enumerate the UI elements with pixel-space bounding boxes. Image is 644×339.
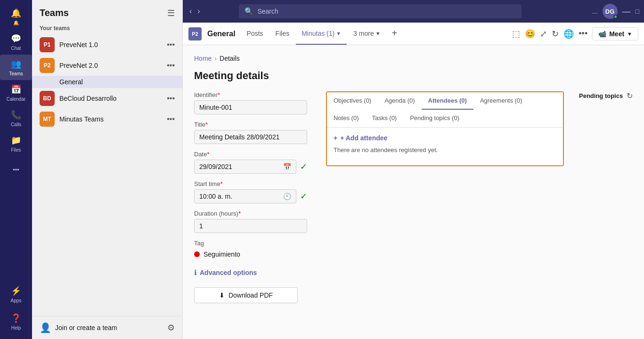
activity-icon: 🔔 [10, 8, 22, 19]
date-input[interactable]: 29/09/2021 📅 [194, 160, 296, 174]
team-item-minutas[interactable]: MT Minutas Teams ••• [32, 109, 182, 129]
team-more-p1[interactable]: ••• [167, 40, 175, 49]
meet-button[interactable]: 📹 Meet ▼ [592, 27, 638, 40]
sidebar-item-calendar[interactable]: 📅 Calendar [0, 80, 32, 105]
search-bar[interactable]: 🔍 [239, 4, 522, 18]
channel-tabs: Posts Files Minutas (1) ▼ 3 more ▼ + [241, 23, 402, 45]
icon-bar-bottom: ⚡ Apps ❓ Help [10, 282, 22, 339]
screenshot-icon[interactable]: ⬚ [512, 29, 520, 39]
advanced-options-label: Advanced options [200, 269, 257, 276]
join-team-label: Join or create a team [55, 324, 117, 331]
tab-pending-topics[interactable]: Pending topics (0) [403, 110, 466, 127]
date-group: Date* 29/09/2021 📅 ✓ [194, 151, 307, 174]
search-input[interactable] [257, 8, 516, 15]
title-input[interactable]: Meeting Details 28/09/2021 [194, 130, 307, 144]
channel-header-right: ⬚ 😊 ⤢ ↻ 🌐 ••• 📹 Meet ▼ [512, 27, 638, 40]
date-required: * [207, 151, 209, 158]
tab-more[interactable]: 3 more ▼ [348, 23, 386, 45]
calls-icon: 📞 [10, 109, 22, 121]
popout-icon[interactable]: ⤢ [540, 29, 547, 39]
top-bar: ‹ › 🔍 ... DG — □ [183, 0, 644, 23]
channel-name: General [207, 30, 236, 38]
tab-files[interactable]: Files [270, 23, 295, 45]
restore-icon[interactable]: □ [636, 8, 639, 15]
team-name-bd: BeCloud Desarrollo [59, 95, 162, 102]
sidebar-filter-icon[interactable]: ☰ [167, 8, 175, 18]
sidebar-item-calls[interactable]: 📞 Calls [0, 105, 32, 131]
tab-agreements[interactable]: Agreements (0) [473, 92, 529, 110]
sidebar-item-apps[interactable]: ⚡ Apps [10, 282, 22, 307]
no-attendees-message: There are no attendees registered yet. [334, 146, 556, 153]
plus-icon: + [334, 134, 337, 142]
tag-label: Tag [194, 240, 307, 247]
tag-group: Tag Seguimiento [194, 240, 307, 260]
refresh-icon[interactable]: ↻ [627, 91, 633, 100]
date-value: 29/09/2021 [199, 163, 232, 170]
start-time-label: Start time* [194, 180, 307, 187]
join-team-button[interactable]: 👤 Join or create a team [40, 322, 117, 333]
sidebar-header: Teams ☰ [32, 0, 182, 22]
settings-icon[interactable]: ⚙ [167, 323, 175, 333]
reload-icon[interactable]: ↻ [552, 29, 559, 39]
globe-icon[interactable]: 🌐 [563, 29, 574, 39]
ellipsis-icon[interactable]: ... [592, 8, 598, 15]
breadcrumb-home[interactable]: Home [194, 55, 212, 62]
more-icon: ••• [10, 164, 22, 175]
sidebar-item-chat[interactable]: 💬 Chat [0, 29, 32, 55]
files-label: Files [11, 147, 21, 153]
sub-item-general[interactable]: General [32, 76, 182, 88]
channel-more-icon[interactable]: ••• [579, 29, 587, 39]
team-more-bd[interactable]: ••• [167, 94, 175, 103]
pending-title: Pending topics [579, 92, 623, 99]
form-layout: Identifier* Minute-001 Title* Meeting De… [194, 91, 633, 303]
team-item-becloud[interactable]: BD BeCloud Desarrollo ••• [32, 88, 182, 109]
add-attendee-button[interactable]: + + Add attendee [334, 134, 556, 142]
meet-dropdown-icon: ▼ [627, 31, 632, 37]
team-name-p1: PreveNet 1.0 [59, 41, 162, 48]
date-check-icon: ✓ [300, 161, 307, 172]
team-more-mt[interactable]: ••• [167, 115, 175, 123]
teams-icon: 👥 [10, 58, 22, 70]
calendar-input-icon: 📅 [283, 163, 291, 170]
forward-arrow[interactable]: › [196, 5, 202, 17]
add-attendee-label: + Add attendee [340, 134, 387, 142]
add-tab-button[interactable]: + [387, 24, 402, 43]
nav-arrows: ‹ › [187, 5, 202, 17]
start-time-required: * [220, 180, 223, 187]
download-pdf-button[interactable]: ⬇ Download PDF [194, 287, 298, 303]
user-avatar[interactable]: DG [603, 4, 618, 19]
minimize-icon[interactable]: — [622, 7, 631, 16]
tab-posts[interactable]: Posts [241, 23, 269, 45]
duration-input[interactable]: 1 [194, 219, 307, 233]
right-section: Objectives (0) Agenda (0) Attendees (0) … [326, 91, 633, 166]
identifier-input[interactable]: Minute-001 [194, 100, 307, 114]
identifier-label: Identifier* [194, 91, 307, 98]
sidebar-item-activity[interactable]: 🔔 🔔 [0, 4, 32, 29]
tab-minutas[interactable]: Minutas (1) ▼ [296, 23, 347, 45]
detail-tabs: Objectives (0) Agenda (0) Attendees (0) … [326, 91, 564, 166]
advanced-options-row[interactable]: ℹ Advanced options [194, 268, 307, 277]
team-item-prevenet2[interactable]: P2 PreveNet 2.0 ••• [32, 55, 182, 76]
emoji-icon[interactable]: 😊 [525, 29, 535, 39]
main: ‹ › 🔍 ... DG — □ P2 General Posts Files … [183, 0, 644, 339]
identifier-required: * [218, 91, 220, 98]
title-value: Meeting Details 28/09/2021 [199, 133, 279, 141]
tab-notes[interactable]: Notes (0) [327, 110, 365, 127]
tab-attendees[interactable]: Attendees (0) [422, 92, 473, 110]
tab-agenda[interactable]: Agenda (0) [378, 92, 421, 110]
duration-group: Duration (hours)* 1 [194, 210, 307, 233]
duration-label: Duration (hours)* [194, 210, 307, 217]
content-area: Home › Details Meeting details Identifie… [183, 45, 644, 339]
tab-tasks[interactable]: Tasks (0) [365, 110, 403, 127]
team-item-prevenet1[interactable]: P1 PreveNet 1.0 ••• [32, 34, 182, 55]
sidebar-item-files[interactable]: 📁 Files [0, 131, 32, 156]
start-time-input[interactable]: 10:00 a. m. 🕙 [194, 189, 296, 203]
sidebar-item-help[interactable]: ❓ Help [10, 309, 22, 334]
sidebar-item-more[interactable]: ••• [0, 160, 32, 179]
tab-objectives[interactable]: Objectives (0) [327, 92, 378, 110]
team-more-p2[interactable]: ••• [167, 61, 175, 70]
sidebar: Teams ☰ Your teams P1 PreveNet 1.0 ••• P… [32, 0, 183, 339]
icon-bar: 🔔 🔔 💬 Chat 👥 Teams 📅 Calendar 📞 Calls 📁 … [0, 0, 32, 339]
back-arrow[interactable]: ‹ [187, 5, 194, 17]
sidebar-item-teams[interactable]: 👥 Teams [0, 55, 32, 80]
